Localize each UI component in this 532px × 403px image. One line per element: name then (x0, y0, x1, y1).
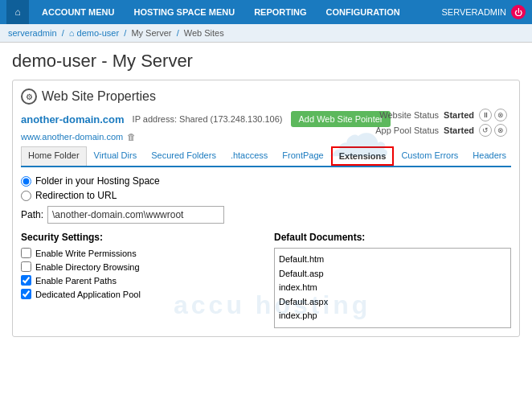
property-tabs: Home Folder Virtual Dirs Secured Folders… (21, 146, 511, 167)
home-icon[interactable]: ⌂ (6, 0, 29, 24)
checkbox-dedicated-apppool: Dedicated Application Pool (21, 289, 258, 299)
ip-text: IP address: Shared (173.248.130.106) (133, 114, 283, 124)
checkbox-directory-browsing: Enable Directory Browsing (21, 261, 258, 272)
list-item: Default.asp (279, 267, 506, 282)
www-domain-link[interactable]: www.another-domain.com (21, 132, 123, 142)
directory-browsing-checkbox[interactable] (21, 261, 31, 272)
path-row: Path: (21, 206, 511, 224)
folder-type-radio-group: Folder in your Hosting Space Redirection… (21, 175, 511, 201)
stop-icon[interactable]: ⊗ (494, 109, 507, 121)
website-status-label: Website Status (379, 110, 439, 120)
security-settings-title: Security Settings: (21, 232, 258, 243)
power-button[interactable]: ⏻ (511, 5, 526, 19)
two-column-section: Security Settings: Enable Write Permissi… (21, 232, 511, 328)
breadcrumb: serveradmin / ⌂ demo-user / My Server / … (0, 24, 532, 43)
default-documents-title: Default Documents: (274, 232, 511, 243)
parent-paths-label: Enable Parent Paths (35, 276, 117, 286)
domain-link[interactable]: another-domain.com (21, 113, 125, 125)
breadcrumb-home-icon[interactable]: ⌂ (69, 28, 75, 38)
web-site-properties-panel: ☁ ⚙ Web Site Properties another-domain.c… (12, 80, 520, 337)
breadcrumb-serveradmin[interactable]: serveradmin (8, 28, 57, 38)
tab-virtual-dirs[interactable]: Virtual Dirs (87, 146, 145, 166)
default-documents-col: Default Documents: Default.htm Default.a… (274, 232, 511, 328)
list-item: index.htm (279, 281, 506, 295)
pause-icon[interactable]: ⏸ (479, 109, 492, 121)
radio-hosting-space: Folder in your Hosting Space (21, 175, 511, 187)
hosting-space-menu[interactable]: HOSTING SPACE MENU (124, 0, 244, 24)
write-permissions-label: Enable Write Permissions (35, 249, 137, 258)
breadcrumb-demo-user[interactable]: demo-user (77, 28, 120, 38)
directory-browsing-label: Enable Directory Browsing (35, 262, 140, 272)
tab-headers[interactable]: Headers (465, 146, 514, 166)
tab-home-folder[interactable]: Home Folder (21, 146, 87, 166)
radio-redirect-url-label: Redirection to URL (35, 190, 117, 201)
top-navigation: ⌂ ACCOUNT MENU HOSTING SPACE MENU REPORT… (0, 0, 532, 24)
website-status-icons: ⏸ ⊗ (479, 109, 507, 121)
reporting-menu[interactable]: REPORTING (244, 0, 316, 24)
path-label: Path: (21, 209, 43, 220)
apppool-status-label: App Pool Status (375, 125, 439, 135)
breadcrumb-my-server: My Server (131, 28, 171, 38)
checkbox-write-permissions: Enable Write Permissions (21, 248, 258, 258)
radio-redirect-url: Redirection to URL (21, 190, 511, 201)
settings-icon: ⚙ (21, 88, 37, 105)
list-item: Default.htm (279, 253, 506, 267)
apppool-status-value: Started (444, 125, 474, 135)
configuration-menu[interactable]: CONFIGURATION (317, 0, 410, 24)
apppool-stop-icon[interactable]: ⊗ (494, 124, 507, 137)
security-settings-col: Security Settings: Enable Write Permissi… (21, 232, 258, 302)
tab-secured-folders[interactable]: Secured Folders (144, 146, 223, 166)
account-menu[interactable]: ACCOUNT MENU (32, 0, 124, 24)
apppool-status-row: App Pool Status Started ↺ ⊗ (375, 124, 507, 137)
tab-frontpage[interactable]: FrontPage (275, 146, 330, 166)
tab-web-publishing[interactable]: Web Publishing (514, 146, 520, 166)
panel-title: ⚙ Web Site Properties (21, 88, 511, 105)
dedicated-apppool-checkbox[interactable] (21, 289, 31, 299)
restart-icon[interactable]: ↺ (479, 124, 492, 137)
write-permissions-checkbox[interactable] (21, 248, 31, 258)
path-input[interactable] (47, 206, 224, 224)
parent-paths-checkbox[interactable] (21, 275, 31, 286)
dedicated-apppool-label: Dedicated Application Pool (35, 290, 141, 299)
radio-hosting-space-label: Folder in your Hosting Space (35, 175, 160, 187)
tab-htaccess[interactable]: .htaccess (223, 146, 275, 166)
checkbox-parent-paths: Enable Parent Paths (21, 275, 258, 286)
list-item: Default.aspx (279, 295, 506, 310)
radio-hosting-space-input[interactable] (21, 176, 31, 187)
page-title: demo-user - My Server (12, 51, 520, 72)
status-area: Website Status Started ⏸ ⊗ App Pool Stat… (375, 109, 507, 139)
default-documents-list: Default.htm Default.asp index.htm Defaul… (274, 248, 511, 328)
breadcrumb-web-sites: Web Sites (184, 28, 224, 38)
apppool-status-icons: ↺ ⊗ (479, 124, 507, 137)
server-admin-label: SERVERADMIN ⏻ (442, 5, 526, 19)
radio-redirect-url-input[interactable] (21, 191, 31, 201)
trash-icon[interactable]: 🗑 (127, 132, 136, 142)
website-status-value: Started (444, 110, 474, 120)
tab-extensions[interactable]: Extensions (331, 146, 395, 166)
list-item: index.php (279, 309, 506, 323)
tab-custom-errors[interactable]: Custom Errors (394, 146, 465, 166)
website-status-row: Website Status Started ⏸ ⊗ (375, 109, 507, 121)
